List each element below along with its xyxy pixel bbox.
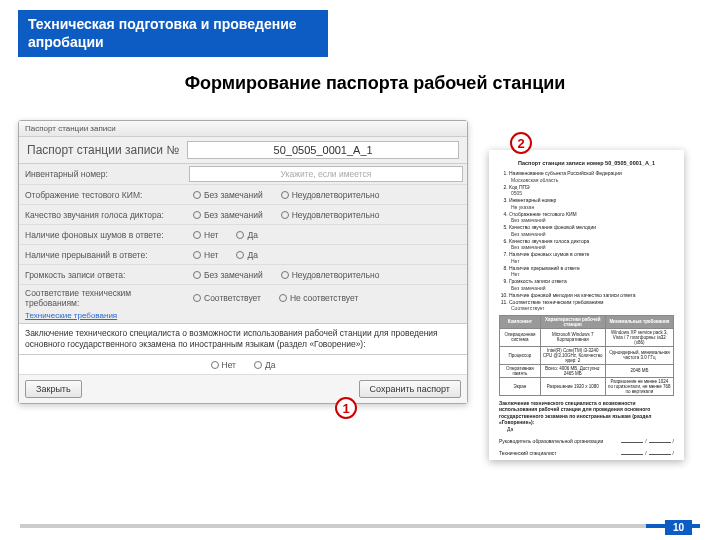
marker-2: 2 [510, 132, 532, 154]
radio-option[interactable]: Нет [193, 230, 218, 240]
radio-option[interactable]: Да [236, 230, 257, 240]
row-label: Соответствие техническим требованиям: [19, 285, 189, 311]
form-rows: Инвентарный номер: Укажите, если имеется… [19, 164, 467, 375]
doc-conclusion: Заключение технического специалиста о во… [499, 400, 674, 433]
radio-option[interactable]: Соответствует [193, 293, 261, 303]
radio-icon [193, 294, 201, 302]
window-footer: Закрыть Сохранить паспорт [19, 375, 467, 403]
inventory-input[interactable]: Укажите, если имеется [189, 166, 463, 182]
form-row: Соответствие техническим требованиям: Со… [19, 285, 467, 311]
row-label: Громкость записи ответа: [19, 267, 189, 283]
passport-number-bar: Паспорт станции записи № 50_0505_0001_A_… [19, 137, 467, 164]
radio-icon [193, 231, 201, 239]
page-number: 10 [665, 520, 692, 535]
tech-requirements-link[interactable]: Технические требования [19, 311, 467, 323]
radio-option[interactable]: Неудовлетворительно [281, 190, 380, 200]
form-row: Наличие прерываний в ответе: Нет Да [19, 245, 467, 265]
form-row: Громкость записи ответа: Без замечаний Н… [19, 265, 467, 285]
radio-icon [193, 211, 201, 219]
radio-icon [193, 191, 201, 199]
footer-bar [20, 524, 700, 528]
radio-option[interactable]: Не соответствует [279, 293, 358, 303]
form-row: Отображение тестового КИМ: Без замечаний… [19, 185, 467, 205]
radio-icon [193, 271, 201, 279]
window-titlebar: Паспорт станции записи [19, 121, 467, 137]
radio-option[interactable]: Да [236, 250, 257, 260]
radio-icon [279, 294, 287, 302]
conclusion-text: Заключение технического специалиста о во… [19, 323, 467, 355]
passport-number-value: 50_0505_0001_A_1 [187, 141, 459, 159]
radio-option[interactable]: Неудовлетворительно [281, 210, 380, 220]
inventory-row: Инвентарный номер: Укажите, если имеется [19, 164, 467, 185]
doc-title: Паспорт станции записи номер 50_0505_000… [499, 160, 674, 166]
save-passport-button[interactable]: Сохранить паспорт [359, 380, 461, 398]
radio-icon [281, 271, 289, 279]
close-button[interactable]: Закрыть [25, 380, 82, 398]
radio-icon [254, 361, 262, 369]
doc-spec-table: КомпонентХарактеристики рабочей станцииМ… [499, 315, 674, 396]
radio-option[interactable]: Нет [211, 360, 236, 370]
row-label: Наличие фоновых шумов в ответе: [19, 227, 189, 243]
form-row: Наличие фоновых шумов в ответе: Нет Да [19, 225, 467, 245]
radio-option[interactable]: Без замечаний [193, 270, 263, 280]
radio-icon [211, 361, 219, 369]
radio-option[interactable]: Нет [193, 250, 218, 260]
radio-icon [236, 251, 244, 259]
radio-icon [281, 211, 289, 219]
slide-header: Техническая подготовка и проведение апро… [18, 10, 328, 57]
radio-icon [193, 251, 201, 259]
radio-option[interactable]: Без замечаний [193, 210, 263, 220]
radio-icon [281, 191, 289, 199]
row-label: Наличие прерываний в ответе: [19, 247, 189, 263]
document-preview: Паспорт станции записи номер 50_0505_000… [489, 150, 684, 460]
row-label: Отображение тестового КИМ: [19, 187, 189, 203]
page-title: Формирование паспорта рабочей станции [0, 73, 720, 94]
radio-option[interactable]: Без замечаний [193, 190, 263, 200]
radio-option[interactable]: Неудовлетворительно [281, 270, 380, 280]
app-window: Паспорт станции записи Паспорт станции з… [18, 120, 468, 404]
row-label: Качество звучания голоса диктора: [19, 207, 189, 223]
radio-icon [236, 231, 244, 239]
inventory-label: Инвентарный номер: [19, 166, 189, 182]
radio-option[interactable]: Да [254, 360, 275, 370]
form-row: Качество звучания голоса диктора: Без за… [19, 205, 467, 225]
passport-number-label: Паспорт станции записи № [27, 143, 179, 157]
doc-list: Наименование субъекта Российской Федерац… [499, 170, 674, 312]
marker-1: 1 [335, 397, 357, 419]
